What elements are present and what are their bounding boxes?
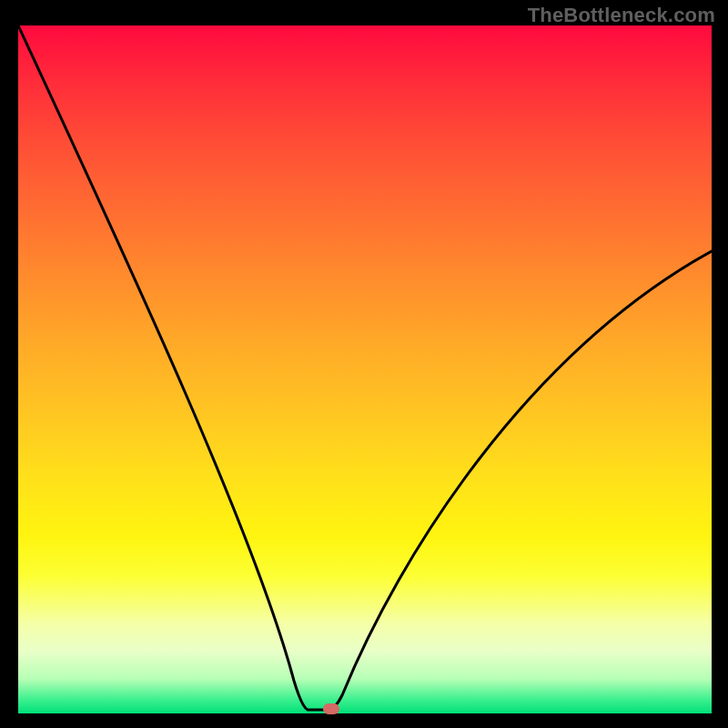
watermark-text: TheBottleneck.com [528,4,715,27]
curve-left-branch [18,25,328,710]
chart-container: TheBottleneck.com [0,0,728,728]
curve-right-branch [328,251,712,710]
optimal-marker [323,703,339,714]
bottleneck-curve [18,25,712,713]
